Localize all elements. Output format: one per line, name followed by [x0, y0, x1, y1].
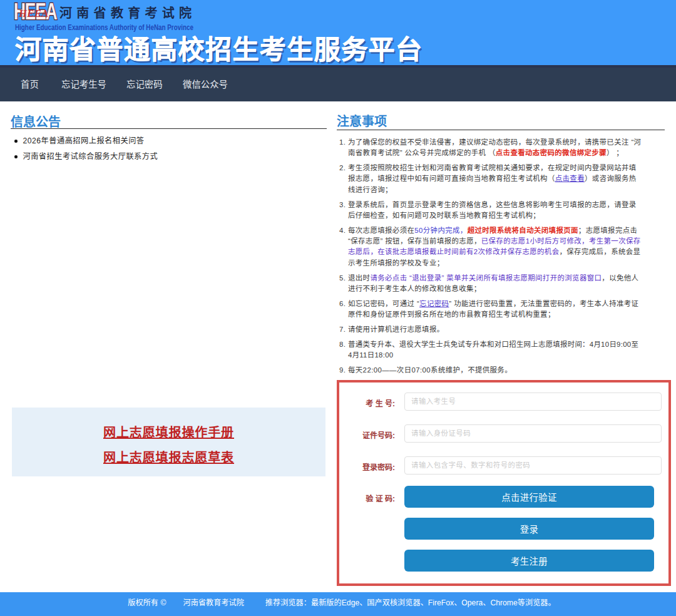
svg-text:HEEA: HEEA — [18, 8, 49, 19]
